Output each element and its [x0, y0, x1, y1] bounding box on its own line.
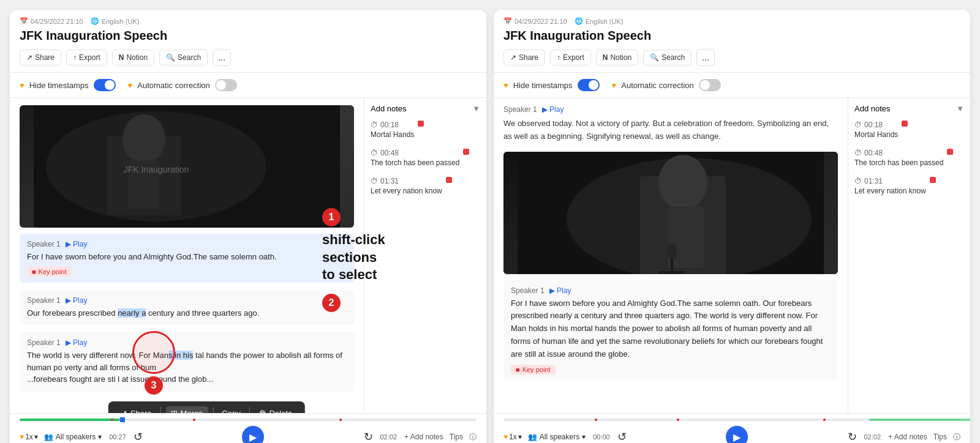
heart-icon-speed: ♥	[20, 433, 24, 441]
left-player-right: + Add notes Tips ⓘ	[404, 432, 477, 442]
left-filter-icon[interactable]: ▼	[472, 104, 480, 113]
chevron-down-icon-speed: ▾	[34, 433, 38, 441]
left-more-button[interactable]: ...	[213, 49, 231, 66]
left-date-meta: 📅 04/29/2022 21:10	[20, 17, 83, 25]
right-key-point-icon: ■	[516, 366, 520, 373]
left-video-bw: JFK Inauguration	[20, 105, 354, 228]
left-play-button[interactable]: ▶	[242, 426, 264, 443]
notion-icon: N	[119, 53, 124, 62]
left-progress-bar[interactable]	[20, 419, 477, 421]
left-speakers-button[interactable]: 👥 All speakers ▾	[44, 433, 102, 441]
right-intro-text: We observed today. Not a victory of part…	[503, 117, 838, 143]
right-timestamps-toggle[interactable]	[578, 79, 600, 91]
ctx-merge-button[interactable]: ⊞ Merge	[166, 406, 208, 414]
left-note-row-1: ⏱ 00:18 Mortal Hands	[371, 121, 480, 139]
right-notion-button[interactable]: N Notion	[596, 50, 638, 65]
left-forward-button[interactable]: ↻	[364, 430, 373, 443]
right-info-icon[interactable]: ⓘ	[953, 432, 960, 442]
left-speed-button[interactable]: ♥ 1x ▾	[20, 433, 38, 441]
left-progress-marker-2	[193, 419, 195, 421]
right-progress-bar[interactable]	[503, 419, 960, 421]
right-player-left: ♥ 1x ▾ 👥 All speakers ▾	[503, 433, 586, 441]
right-panel-header: 📅 04/29/2022 21:10 🌐 English (UK) JFK In…	[494, 10, 970, 73]
ctx-share-button[interactable]: ↗ Share	[117, 406, 156, 414]
right-meta-row: 📅 04/29/2022 21:10 🌐 English (UK)	[503, 17, 960, 25]
left-info-icon[interactable]: ⓘ	[469, 432, 477, 442]
left-tips-button[interactable]: Tips	[450, 433, 463, 441]
right-more-button[interactable]: ...	[696, 49, 715, 66]
right-note-text-2: The torch has been passed	[854, 158, 943, 167]
left-player-left: ♥ 1x ▾ 👥 All speakers ▾	[20, 433, 102, 441]
right-add-notes-button[interactable]: + Add notes	[888, 433, 927, 441]
left-speaker-3-label: Speaker 1	[27, 338, 61, 347]
right-search-button[interactable]: 🔍 Search	[643, 50, 692, 65]
right-heart-icon-correction: ♥	[612, 81, 617, 90]
ctx-copy-button[interactable]: Copy	[218, 406, 244, 414]
timestamps-toggle[interactable]	[94, 79, 116, 91]
right-play-top-button[interactable]: ▶ Play	[542, 105, 564, 114]
right-tips-button[interactable]: Tips	[933, 433, 947, 441]
right-clock-icon-3: ⏱	[854, 177, 862, 185]
correction-toggle[interactable]	[215, 79, 237, 91]
right-speakers-button[interactable]: 👥 All speakers ▾	[528, 433, 586, 441]
right-note-row-3: ⏱ 01:31 Let every nation know	[854, 177, 964, 195]
ctx-delete-button[interactable]: 🗑 Delete	[255, 406, 296, 414]
left-export-button[interactable]: ↑ Export	[66, 50, 107, 65]
right-speed-button[interactable]: ♥ 1x ▾	[503, 433, 522, 441]
left-key-point-badge-1[interactable]: ■ Key point	[27, 267, 72, 277]
instruction-text: shift-click sections to select	[322, 231, 385, 284]
right-player-bar: ♥ 1x ▾ 👥 All speakers ▾ 00:00 ↺	[494, 413, 970, 443]
left-progress-handle[interactable]	[120, 417, 125, 422]
left-time-current: 00:27	[109, 433, 126, 441]
right-panel-title: JFK Inauguration Speech	[503, 29, 960, 43]
export-icon: ↑	[73, 53, 77, 62]
instruction-row-1: 1	[322, 208, 341, 226]
left-add-notes-button[interactable]: + Add notes	[404, 433, 443, 441]
left-speaker-1-label: Speaker 1	[27, 240, 61, 248]
right-video-bw: JFK Inauguration	[503, 152, 838, 274]
right-progress-green-section	[869, 419, 970, 421]
svg-text:JFK Inauguration: JFK Inauguration	[124, 165, 189, 174]
ctx-delete-icon: 🗑	[258, 409, 266, 414]
left-notion-button[interactable]: N Notion	[112, 50, 154, 65]
left-note-dot-1	[418, 121, 424, 127]
right-calendar-icon: 📅	[503, 17, 512, 25]
right-rewind-button[interactable]: ↺	[617, 430, 627, 443]
left-play-2-button[interactable]: ▶ Play	[66, 296, 88, 305]
left-panel-title: JFK Inauguration Speech	[20, 29, 477, 43]
left-video-svg: JFK Inauguration	[20, 105, 354, 228]
right-play-main-button[interactable]: ▶ Play	[549, 286, 571, 295]
left-rewind-button[interactable]: ↺	[134, 430, 143, 443]
left-time-total: 02:02	[380, 433, 398, 441]
svg-rect-14	[667, 244, 677, 259]
clock-icon-2: ⏱	[371, 149, 378, 157]
right-speaker-row-top: Speaker 1 ▶ Play	[503, 105, 838, 114]
right-transcript-block-main[interactable]: Speaker 1 ▶ Play For I have sworn before…	[503, 280, 838, 381]
right-filter-icon[interactable]: ▼	[956, 104, 964, 113]
left-play-1-button[interactable]: ▶ Play	[66, 240, 88, 248]
right-forward-button[interactable]: ↻	[848, 430, 857, 443]
right-key-point-badge[interactable]: ■ Key point	[511, 365, 556, 374]
context-menu-wrapper: ↗ Share ⊞ Merge Copy	[20, 399, 354, 414]
right-correction-toggle[interactable]	[699, 79, 721, 91]
left-player-center: 00:27 ↺ ▶ ↻ 02:02	[109, 426, 397, 443]
left-search-button[interactable]: 🔍 Search	[159, 50, 208, 65]
left-transcript-block-1[interactable]: Speaker 1 ▶ Play For I have sworn before…	[20, 234, 354, 283]
circle-highlight	[132, 331, 175, 374]
left-transcript-block-2[interactable]: Speaker 1 ▶ Play Our forebears prescribe…	[20, 290, 354, 326]
right-progress-marker-2	[677, 419, 679, 421]
right-chevron-down-icon-speakers: ▾	[582, 433, 586, 441]
right-note-row-1: ⏱ 00:18 Mortal Hands	[854, 121, 964, 139]
left-note-time-2: ⏱ 00:48	[371, 149, 459, 157]
right-export-button[interactable]: ↑ Export	[550, 50, 591, 65]
right-share-button[interactable]: ↗ Share	[503, 50, 545, 65]
right-player-controls: ♥ 1x ▾ 👥 All speakers ▾ 00:00 ↺	[503, 426, 960, 443]
left-share-button[interactable]: ↗ Share	[20, 50, 61, 65]
right-clock-icon-2: ⏱	[854, 149, 862, 157]
right-heart-icon-timestamps: ♥	[503, 81, 508, 90]
right-play-button[interactable]: ▶	[726, 426, 748, 443]
left-transcript-block-3[interactable]: Speaker 1 ▶ Play The world is very diffe…	[20, 332, 354, 392]
right-speakers-icon: 👥	[528, 433, 537, 441]
left-play-3-button[interactable]: ▶ Play	[66, 338, 88, 347]
right-auto-correction-group: ♥ Automatic correction	[612, 79, 721, 91]
